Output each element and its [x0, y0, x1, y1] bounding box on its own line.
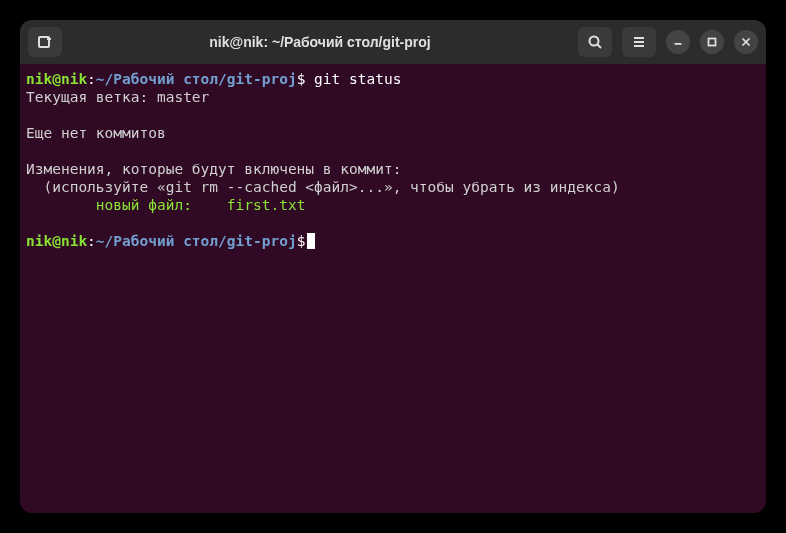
close-button[interactable]: [734, 30, 758, 54]
svg-point-3: [590, 37, 599, 46]
titlebar-right: [578, 27, 758, 57]
new-file-name: first.txt: [227, 197, 306, 213]
search-icon: [587, 34, 603, 50]
terminal-window: nik@nik: ~/Рабочий стол/git-proj: [20, 20, 766, 513]
prompt-colon: :: [87, 233, 96, 249]
hamburger-icon: [631, 34, 647, 50]
prompt-path: ~/Рабочий стол/git-proj: [96, 233, 297, 249]
new-file-label: новый файл:: [26, 197, 227, 213]
close-icon: [739, 35, 753, 49]
menu-button[interactable]: [622, 27, 656, 57]
command-text: git status: [305, 71, 401, 87]
output-line: [26, 142, 760, 160]
output-line: Текущая ветка: master: [26, 88, 760, 106]
prompt-user: nik@nik: [26, 233, 87, 249]
svg-rect-9: [709, 39, 716, 46]
minimize-icon: [671, 35, 685, 49]
prompt-colon: :: [87, 71, 96, 87]
new-tab-icon: [37, 34, 53, 50]
prompt-user: nik@nik: [26, 71, 87, 87]
prompt-path: ~/Рабочий стол/git-proj: [96, 71, 297, 87]
minimize-button[interactable]: [666, 30, 690, 54]
titlebar: nik@nik: ~/Рабочий стол/git-proj: [20, 20, 766, 64]
prompt-line-1: nik@nik:~/Рабочий стол/git-proj$ git sta…: [26, 70, 760, 88]
prompt-line-2: nik@nik:~/Рабочий стол/git-proj$: [26, 232, 760, 250]
maximize-icon: [705, 35, 719, 49]
output-line: (используйте «git rm --cached <файл>...»…: [26, 178, 760, 196]
output-line: [26, 106, 760, 124]
cursor: [307, 233, 315, 249]
titlebar-left: [28, 27, 62, 57]
new-tab-button[interactable]: [28, 27, 62, 57]
window-title: nik@nik: ~/Рабочий стол/git-proj: [68, 34, 572, 50]
prompt-dollar: $: [297, 233, 306, 249]
terminal-body[interactable]: nik@nik:~/Рабочий стол/git-proj$ git sta…: [20, 64, 766, 256]
output-line: [26, 214, 760, 232]
search-button[interactable]: [578, 27, 612, 57]
output-line: новый файл: first.txt: [26, 196, 760, 214]
output-line: Еще нет коммитов: [26, 124, 760, 142]
svg-line-4: [598, 45, 602, 49]
output-line: Изменения, которые будут включены в комм…: [26, 160, 760, 178]
maximize-button[interactable]: [700, 30, 724, 54]
